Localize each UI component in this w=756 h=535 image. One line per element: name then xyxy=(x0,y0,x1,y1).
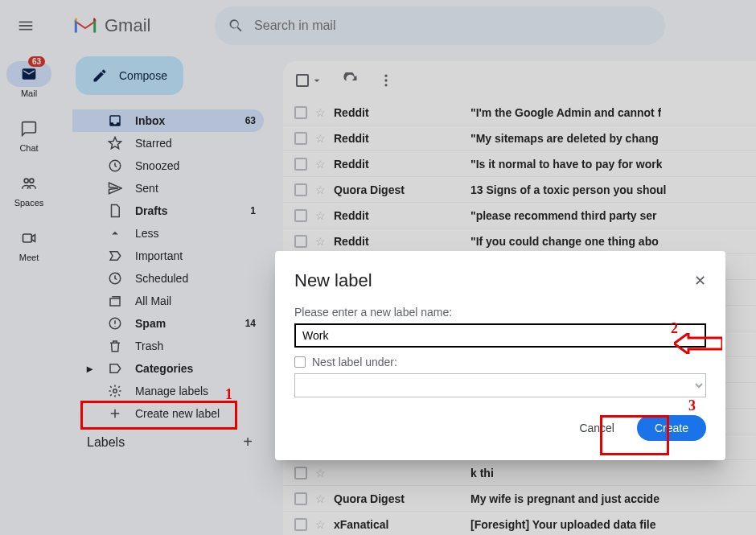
mail-row[interactable]: ☆Quora DigestMy wife is pregnant and jus… xyxy=(283,486,756,512)
sidebar-item-label: Trash xyxy=(135,340,163,352)
rail-spaces[interactable]: Spaces xyxy=(6,171,51,208)
sidebar-item-spam[interactable]: Spam14 xyxy=(72,312,264,335)
file-icon xyxy=(108,204,122,218)
sidebar-item-categories[interactable]: ▸Categories xyxy=(72,357,264,380)
refresh-icon[interactable] xyxy=(343,72,359,88)
sidebar-item-label: Scheduled xyxy=(135,272,188,285)
svg-point-4 xyxy=(24,179,28,183)
star-icon[interactable]: ☆ xyxy=(315,467,326,479)
sidebar-item-sent[interactable]: Sent xyxy=(72,177,264,200)
sidebar-item-inbox[interactable]: Inbox63 xyxy=(72,109,264,132)
mail-checkbox[interactable] xyxy=(294,183,307,196)
svg-point-12 xyxy=(384,75,387,77)
rail-chat-label: Chat xyxy=(19,143,38,153)
sidebar-item-important[interactable]: Important xyxy=(72,245,264,267)
close-icon[interactable]: ✕ xyxy=(694,272,706,290)
rail-mail[interactable]: 63 Mail xyxy=(6,61,51,98)
svg-marker-1 xyxy=(93,20,96,33)
dropdown-icon xyxy=(310,74,323,87)
sidebar-item-drafts[interactable]: Drafts1 xyxy=(72,200,264,222)
sidebar: Compose Inbox63StarredSnoozedSentDrafts1… xyxy=(64,56,270,535)
mail-badge: 63 xyxy=(28,56,45,67)
sidebar-item-manage-labels[interactable]: Manage labels xyxy=(72,380,264,402)
sidebar-item-less[interactable]: Less xyxy=(72,222,264,245)
star-icon[interactable]: ☆ xyxy=(315,209,326,222)
search-bar[interactable] xyxy=(215,6,665,45)
mail-subject: k thi xyxy=(470,467,494,479)
cancel-button[interactable]: Cancel xyxy=(566,415,627,441)
star-icon[interactable]: ☆ xyxy=(315,492,326,505)
sidebar-item-label: All Mail xyxy=(135,294,171,307)
nest-label-text: Nest label under: xyxy=(312,356,397,368)
sidebar-item-create-new-label[interactable]: Create new label xyxy=(72,402,264,425)
mail-checkbox[interactable] xyxy=(294,158,307,171)
labels-header: Labels + xyxy=(72,425,264,456)
mail-checkbox[interactable] xyxy=(294,492,307,505)
svg-point-11 xyxy=(113,389,117,393)
star-icon[interactable]: ☆ xyxy=(315,132,326,145)
star-icon[interactable]: ☆ xyxy=(315,235,326,248)
trash-icon xyxy=(108,339,122,353)
rail-spaces-label: Spaces xyxy=(14,198,44,208)
sidebar-item-label: Manage labels xyxy=(135,385,208,397)
search-input[interactable] xyxy=(254,19,652,33)
compose-button[interactable]: Compose xyxy=(76,56,183,95)
mail-checkbox[interactable] xyxy=(294,132,307,145)
send-icon xyxy=(108,181,122,195)
sidebar-item-all-mail[interactable]: All Mail xyxy=(72,290,264,312)
chevron-up-icon xyxy=(108,226,122,241)
nest-select[interactable] xyxy=(294,373,706,397)
mail-row[interactable]: ☆k thi xyxy=(283,460,756,486)
sidebar-item-label: Starred xyxy=(135,137,172,150)
new-label-dialog: New label ✕ Please enter a new label nam… xyxy=(275,251,725,460)
mail-subject: "If you could change one thing abo xyxy=(470,235,659,248)
mail-subject: "I'm the Google Admin and cannot f xyxy=(470,106,661,119)
compose-label: Compose xyxy=(119,69,167,82)
sidebar-item-snoozed[interactable]: Snoozed xyxy=(72,154,264,177)
mail-row[interactable]: ☆Quora Digest13 Signs of a toxic person … xyxy=(283,177,756,203)
sidebar-item-label: Important xyxy=(135,249,183,262)
gmail-logo[interactable]: Gmail xyxy=(72,15,150,36)
mail-checkbox[interactable] xyxy=(294,518,307,531)
mail-sender: Reddit xyxy=(334,209,462,222)
mail-row[interactable]: ☆Reddit"I'm the Google Admin and cannot … xyxy=(283,100,756,126)
mail-checkbox[interactable] xyxy=(294,235,307,248)
mail-row[interactable]: ☆Reddit"please recommend third party ser xyxy=(283,203,756,228)
labels-title: Labels xyxy=(87,435,125,450)
stack-icon xyxy=(108,294,122,308)
star-icon[interactable]: ☆ xyxy=(315,518,326,531)
rail-chat[interactable]: Chat xyxy=(6,116,51,153)
mail-row[interactable]: ☆Reddit"My sitemaps are deleted by chang xyxy=(283,126,756,151)
add-label-icon[interactable]: + xyxy=(243,433,253,451)
mail-checkbox[interactable] xyxy=(294,106,307,119)
sidebar-item-label: Snoozed xyxy=(135,159,179,172)
rail-meet[interactable]: Meet xyxy=(6,225,51,262)
star-icon[interactable]: ☆ xyxy=(315,106,326,119)
nest-checkbox[interactable] xyxy=(294,356,306,368)
hamburger-menu-icon[interactable] xyxy=(6,6,45,45)
label-important-icon xyxy=(108,249,122,263)
sidebar-item-trash[interactable]: Trash xyxy=(72,335,264,357)
more-icon[interactable] xyxy=(378,72,394,88)
plus-icon xyxy=(108,406,122,421)
mail-subject: [Foresight] Your uploaded data file xyxy=(470,518,656,531)
mail-row[interactable]: ☆xFanatical[Foresight] Your uploaded dat… xyxy=(283,512,756,535)
mail-sender: Reddit xyxy=(334,235,462,248)
mail-subject: My wife is pregnant and just accide xyxy=(470,492,659,505)
sidebar-item-scheduled[interactable]: Scheduled xyxy=(72,267,264,290)
label-name-prompt: Please enter a new label name: xyxy=(294,306,706,319)
left-rail: 63 Mail Chat Spaces Meet xyxy=(0,51,58,535)
sidebar-item-label: Inbox xyxy=(135,114,165,127)
mail-row[interactable]: ☆Reddit"Is it normal to have to pay for … xyxy=(283,151,756,177)
meet-icon xyxy=(21,230,37,246)
create-button[interactable]: Create xyxy=(637,415,706,441)
mail-sender: Reddit xyxy=(334,158,462,171)
select-all[interactable] xyxy=(296,74,323,87)
sidebar-item-label: Drafts xyxy=(135,204,167,217)
star-icon[interactable]: ☆ xyxy=(315,158,326,171)
mail-checkbox[interactable] xyxy=(294,467,307,479)
sidebar-item-starred[interactable]: Starred xyxy=(72,132,264,154)
star-icon[interactable]: ☆ xyxy=(315,183,326,196)
mail-checkbox[interactable] xyxy=(294,209,307,222)
label-name-input[interactable] xyxy=(294,323,706,348)
